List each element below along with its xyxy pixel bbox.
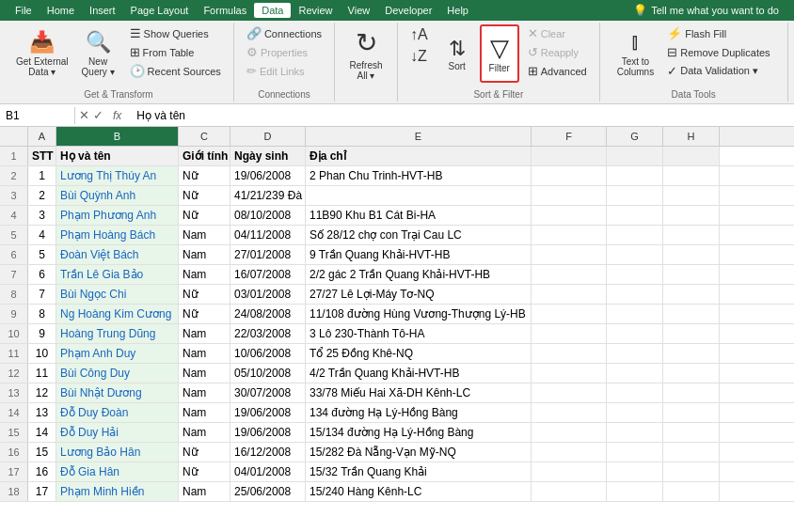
cell[interactable] — [532, 462, 607, 481]
from-table-button[interactable]: ⊞ From Table — [125, 43, 226, 61]
properties-button[interactable]: ⚙ Properties — [242, 43, 326, 61]
cell[interactable] — [607, 462, 663, 481]
cell[interactable]: Nữ — [179, 305, 230, 323]
cell[interactable] — [532, 166, 607, 185]
cell[interactable] — [663, 166, 720, 185]
col-header-f[interactable]: F — [532, 127, 607, 146]
cell[interactable]: Nam — [179, 226, 230, 244]
menu-item-help[interactable]: Help — [439, 3, 476, 18]
cell[interactable] — [663, 383, 720, 402]
cell[interactable]: 8 — [28, 305, 56, 323]
col-header-g[interactable]: G — [607, 127, 663, 146]
cell[interactable] — [663, 285, 720, 304]
cell[interactable]: Phạm Hoàng Bách — [56, 226, 179, 244]
cell[interactable] — [663, 186, 720, 205]
cell[interactable] — [532, 344, 607, 363]
cell[interactable] — [532, 364, 607, 383]
cell[interactable] — [607, 324, 663, 343]
tell-me-box[interactable]: 💡 Tell me what you want to do — [626, 2, 786, 19]
col-header-d[interactable]: D — [230, 127, 306, 146]
cell[interactable] — [532, 383, 607, 402]
cell[interactable]: 2/2 gác 2 Trần Quang Khải-HVT-HB — [306, 265, 532, 284]
cell[interactable]: 15 — [28, 443, 56, 462]
cell[interactable]: 15/32 Trần Quang Khải — [306, 462, 532, 481]
cell[interactable]: 10 — [28, 344, 56, 363]
sort-button[interactable]: ⇅ Sort — [438, 24, 476, 83]
cell[interactable]: Đỗ Gia Hân — [56, 462, 179, 481]
cell[interactable] — [306, 186, 532, 205]
cell[interactable]: Phạm Anh Duy — [56, 344, 179, 363]
cell[interactable]: Hoàng Trung Dũng — [56, 324, 179, 343]
cell[interactable]: Nữ — [179, 443, 230, 462]
cell[interactable] — [532, 265, 607, 284]
cell[interactable] — [663, 462, 720, 481]
cell[interactable]: 08/10/2008 — [230, 206, 306, 225]
cell[interactable] — [607, 364, 663, 383]
cell[interactable]: Nam — [179, 324, 230, 343]
col-header-a[interactable]: A — [28, 127, 56, 146]
cell[interactable] — [532, 403, 607, 422]
cell[interactable]: Nữ — [179, 186, 230, 205]
cell[interactable] — [663, 245, 720, 264]
cell[interactable] — [607, 403, 663, 422]
cell[interactable]: Nam — [179, 265, 230, 284]
cell[interactable]: 15/240 Hàng Kênh-LC — [306, 482, 532, 501]
cell[interactable] — [663, 443, 720, 462]
cell[interactable] — [607, 285, 663, 304]
cell[interactable] — [607, 344, 663, 363]
cell[interactable]: 5 — [28, 245, 56, 264]
cell[interactable]: 9 — [28, 324, 56, 343]
cell[interactable] — [607, 147, 663, 165]
menu-item-developer[interactable]: Developer — [377, 3, 439, 18]
cell[interactable]: 11B90 Khu B1 Cát Bi-HA — [306, 206, 532, 225]
data-validation-button[interactable]: ✓ Data Validation ▾ — [662, 62, 774, 80]
cell[interactable]: 16 — [28, 462, 56, 481]
cell[interactable]: Họ và tên — [56, 147, 179, 165]
cell[interactable]: Bùi Quỳnh Anh — [56, 186, 179, 205]
cell[interactable]: 17 — [28, 482, 56, 501]
cell[interactable]: Phạm Phương Anh — [56, 206, 179, 225]
edit-links-button[interactable]: ✏ Edit Links — [242, 62, 326, 80]
cell[interactable]: 19/06/2008 — [230, 423, 306, 442]
cell[interactable]: Bùi Công Duy — [56, 364, 179, 383]
cell[interactable]: Nam — [179, 245, 230, 264]
cell[interactable]: 16/07/2008 — [230, 265, 306, 284]
advanced-button[interactable]: ⊞ Advanced — [523, 62, 592, 80]
col-header-b[interactable]: B — [56, 127, 179, 146]
cell[interactable]: Nam — [179, 482, 230, 501]
cell[interactable] — [607, 245, 663, 264]
reapply-button[interactable]: ↺ Reapply — [523, 43, 592, 61]
cell[interactable]: 03/01/2008 — [230, 285, 306, 304]
cell[interactable] — [532, 245, 607, 264]
cell[interactable]: Bùi Nhật Dương — [56, 383, 179, 402]
cell[interactable] — [532, 423, 607, 442]
sort-az-button[interactable]: ↑A — [405, 24, 433, 45]
menu-item-home[interactable]: Home — [40, 3, 82, 18]
remove-duplicates-button[interactable]: ⊟ Remove Duplicates — [662, 43, 774, 61]
cell[interactable] — [532, 443, 607, 462]
cell[interactable] — [532, 186, 607, 205]
formula-input[interactable] — [131, 107, 794, 124]
cell[interactable]: 25/06/2008 — [230, 482, 306, 501]
cell[interactable]: Trần Lê Gia Bảo — [56, 265, 179, 284]
cell[interactable] — [663, 265, 720, 284]
cell[interactable] — [663, 147, 720, 165]
cell[interactable]: Phạm Minh Hiền — [56, 482, 179, 501]
cell[interactable] — [663, 305, 720, 323]
cell[interactable]: 4 — [28, 226, 56, 244]
cell[interactable]: Ngày sinh — [230, 147, 306, 165]
refresh-all-button[interactable]: ↻ Refresh All ▾ — [342, 24, 389, 84]
cell[interactable]: Đỗ Duy Hải — [56, 423, 179, 442]
menu-item-view[interactable]: View — [341, 3, 378, 18]
cell[interactable] — [663, 324, 720, 343]
cell[interactable]: 15/282 Đà Nẵng-Vạn Mỹ-NQ — [306, 443, 532, 462]
show-queries-button[interactable]: ☰ Show Queries — [125, 24, 226, 42]
cell[interactable]: 6 — [28, 265, 56, 284]
cell[interactable]: Nữ — [179, 206, 230, 225]
cell[interactable] — [532, 482, 607, 501]
cell[interactable]: Lương Thị Thúy An — [56, 166, 179, 185]
cell[interactable]: Giới tính — [179, 147, 230, 165]
cancel-formula-icon[interactable]: ✕ — [79, 108, 89, 122]
text-to-columns-button[interactable]: ⫿ Text to Columns — [612, 24, 659, 83]
cell[interactable]: 27/01/2008 — [230, 245, 306, 264]
